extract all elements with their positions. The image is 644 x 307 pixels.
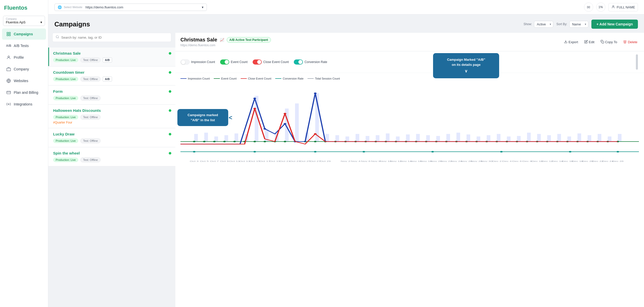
legend-conversion: Conversion Rate: [275, 77, 303, 80]
chart-svg: Oct 3 Oct 5 Oct 7 Oct 9 Oct 11 Oct 13 Oc…: [180, 83, 639, 164]
svg-text:Oct 7: Oct 7: [210, 160, 219, 162]
toggle-conversion: Conversion Rate: [294, 59, 327, 65]
nav: Campaigns A/B A/B Tests Profile Company: [0, 28, 48, 110]
ab-popup-arrow: ∨: [438, 68, 494, 74]
delete-icon: [623, 40, 627, 44]
campaign-status-dot: [169, 90, 171, 93]
svg-rect-53: [568, 136, 571, 142]
campaign-status-dot: [169, 52, 171, 55]
sidebar-item-ab[interactable]: A/B A/B Tests: [2, 40, 46, 51]
svg-rect-57: [608, 136, 611, 142]
svg-rect-41: [446, 134, 450, 142]
notification-button[interactable]: ✉: [584, 3, 593, 12]
sidebar-item-company[interactable]: Company: [2, 64, 46, 75]
ab-active-badge: A/B Active Test Participant: [227, 37, 271, 43]
svg-rect-18: [214, 136, 218, 142]
svg-rect-43: [467, 134, 470, 142]
svg-rect-35: [386, 133, 389, 142]
legend-conversion-label: Conversion Rate: [283, 77, 303, 80]
svg-rect-49: [527, 133, 531, 142]
add-campaign-button[interactable]: + Add New Campaign: [591, 20, 638, 29]
sort-select-wrapper: Name: [569, 21, 588, 28]
svg-rect-0: [7, 32, 8, 34]
sidebar-item-billing[interactable]: Plan and Billing: [2, 87, 46, 98]
svg-point-104: [314, 151, 317, 152]
svg-text:Dec 2: Dec 2: [492, 160, 502, 162]
svg-point-4: [8, 56, 9, 57]
sidebar: Fluentos Company Fluentos ApS ▾ Campaign…: [0, 0, 48, 307]
copy-icon: [601, 40, 604, 44]
sidebar-item-label: Websites: [14, 79, 28, 83]
campaign-name: Lucky Draw: [53, 132, 74, 136]
svg-rect-1: [9, 32, 10, 34]
company-selector[interactable]: Company Fluentos ApS ▾: [3, 16, 45, 26]
ab-badge-label: A/B Active Test Participant: [229, 38, 268, 42]
legend-impression-label: Impression Count: [188, 77, 210, 80]
svg-rect-40: [436, 136, 440, 142]
campaign-item[interactable]: Christmas Sale Production: Live Test: Of…: [48, 48, 175, 66]
legend-close-event-line: [241, 78, 247, 79]
svg-rect-34: [376, 135, 379, 142]
export-icon: [564, 40, 568, 44]
svg-text:Nov 4: Nov 4: [351, 160, 360, 162]
campaign-status-dot: [169, 109, 171, 112]
sidebar-item-label: A/B Tests: [14, 44, 29, 48]
svg-line-13: [58, 38, 59, 38]
campaigns-icon: [6, 32, 11, 37]
impression-toggle[interactable]: [180, 59, 190, 65]
sort-select[interactable]: Name: [569, 21, 588, 28]
svg-rect-30: [335, 135, 339, 142]
copy-to-button[interactable]: Copy To: [599, 39, 619, 45]
integrations-icon: [6, 102, 11, 107]
sidebar-item-integrations[interactable]: Integrations: [2, 99, 46, 110]
svg-rect-46: [497, 134, 500, 142]
svg-point-62: [223, 141, 226, 142]
export-button[interactable]: Export: [562, 39, 580, 45]
campaign-item[interactable]: Countdown timer Production: Live Test: O…: [48, 67, 175, 85]
svg-point-109: [617, 151, 619, 152]
svg-text:Dec 6: Dec 6: [512, 160, 522, 162]
campaign-name: Christmas Sale: [53, 51, 81, 55]
show-select[interactable]: Active: [534, 21, 553, 28]
event-toggle[interactable]: [220, 59, 229, 65]
delete-button[interactable]: Delete: [622, 39, 639, 45]
close-event-toggle[interactable]: [253, 59, 262, 65]
campaign-item[interactable]: Halloween Hats Discounts Production: Liv…: [48, 105, 175, 128]
search-input[interactable]: [61, 36, 168, 39]
conversion-toggle[interactable]: [294, 59, 303, 65]
list-popup-arrow-icon: <: [229, 113, 232, 122]
user-menu-button[interactable]: FULL NAME: [608, 3, 638, 11]
svg-point-114: [314, 93, 317, 94]
svg-point-103: [253, 151, 256, 152]
legend-conversion-line: [275, 78, 281, 79]
svg-rect-16: [194, 134, 198, 142]
sidebar-item-websites[interactable]: Websites: [2, 75, 46, 86]
detail-url: https://demo.fluentos.com: [180, 43, 215, 47]
campaign-item[interactable]: Lucky Draw Production: Live Test: Offlin…: [48, 128, 175, 147]
detail-actions: Export Edit: [562, 39, 639, 45]
svg-rect-33: [366, 136, 369, 142]
campaign-name: Form: [53, 89, 63, 94]
legend-impression: Impression Count: [180, 77, 210, 80]
svg-point-61: [213, 141, 216, 142]
scrollbar-indicator: [636, 54, 638, 70]
sidebar-item-campaigns[interactable]: Campaigns: [2, 28, 46, 40]
svg-rect-42: [456, 133, 460, 142]
bar-chart-group: [194, 93, 621, 142]
campaign-item[interactable]: Form Production: Live Test: Offline: [48, 86, 175, 104]
legend-close-event: Close Event Count: [241, 77, 271, 80]
sidebar-item-profile[interactable]: Profile: [2, 52, 46, 63]
svg-text:Nov 2: Nov 2: [341, 160, 350, 162]
tag-test-offline: Test: Offline: [80, 157, 101, 162]
filter-toggles: Impression Count Event Count: [180, 59, 327, 65]
campaign-item[interactable]: Spin the wheel Production: Live Test: Of…: [48, 147, 175, 166]
svg-point-63: [233, 141, 236, 142]
website-selector[interactable]: 🌐 Select Website https://demo.fluentos.c…: [54, 4, 207, 11]
svg-rect-37: [406, 134, 410, 142]
svg-point-105: [362, 151, 365, 152]
edit-button[interactable]: Edit: [583, 39, 596, 45]
svg-point-112: [284, 123, 286, 125]
svg-point-102: [193, 151, 196, 152]
svg-text:Oct 3: Oct 3: [190, 160, 198, 162]
campaign-status-dot: [169, 71, 171, 74]
